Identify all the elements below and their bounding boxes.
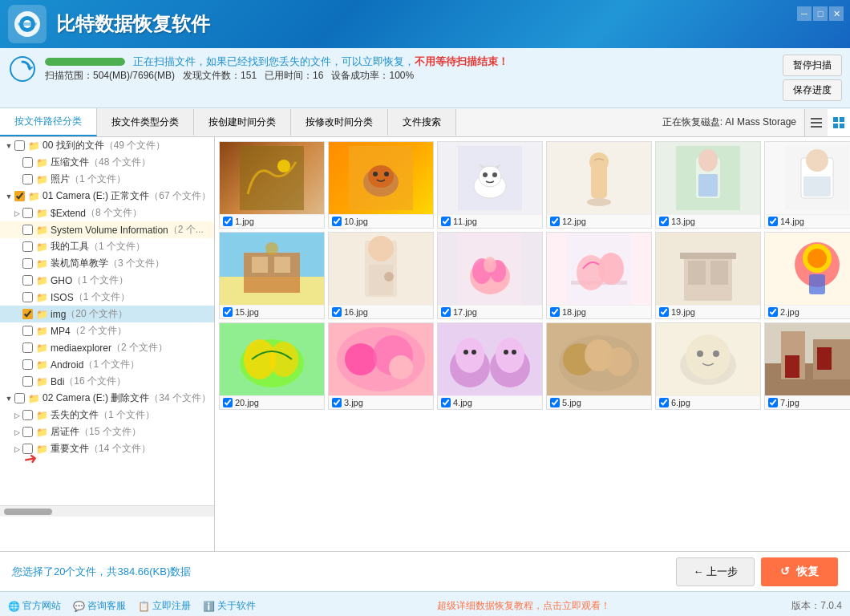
file-name-1jpg: 1.jpg: [235, 217, 254, 226]
tree-item-mytool[interactable]: 📁 我的工具 （1 个文件）: [0, 238, 214, 255]
tab-create-time[interactable]: 按创建时间分类: [194, 109, 291, 136]
sidebar-scrollbar-h[interactable]: [0, 505, 214, 517]
tree-item-cert[interactable]: ▷ 📁 居证件 （15 个文件）: [0, 424, 214, 440]
file-checkbox-12jpg[interactable]: [550, 217, 560, 226]
file-cell-14jpg[interactable]: 14.jpg: [764, 141, 850, 229]
file-checkbox-16jpg[interactable]: [332, 307, 342, 317]
svg-point-81: [472, 350, 476, 355]
file-cell-15jpg[interactable]: 15.jpg: [219, 232, 325, 319]
tree-checkbox-photo[interactable]: [22, 174, 33, 184]
tab-modify-time[interactable]: 按修改时间分类: [291, 109, 388, 136]
file-checkbox-7jpg[interactable]: [768, 398, 778, 407]
file-checkbox-15jpg[interactable]: [223, 307, 233, 317]
tree-checkbox-android[interactable]: [22, 359, 33, 370]
tree-item-android[interactable]: 📁 Android （1 个文件）: [0, 356, 214, 373]
tree-checkbox-extend[interactable]: [22, 208, 33, 218]
file-checkbox-13jpg[interactable]: [659, 217, 669, 226]
svg-rect-31: [698, 174, 718, 197]
file-cell-20jpg[interactable]: 20.jpg: [219, 322, 325, 410]
save-progress-button[interactable]: 保存进度: [783, 79, 842, 101]
tree-item-root0[interactable]: ▼ 📁 00 找到的文件 （49 个文件）: [0, 137, 214, 154]
file-cell-6jpg[interactable]: 6.jpg: [655, 322, 761, 410]
tree-checkbox-sysvolinfo[interactable]: [22, 225, 33, 235]
tree-checkbox-isos[interactable]: [22, 292, 33, 302]
file-cell-4jpg[interactable]: 4.jpg: [437, 322, 543, 410]
maximize-button[interactable]: □: [813, 6, 828, 21]
tree-item-bdi[interactable]: 📁 Bdi （16 个文件）: [0, 373, 214, 390]
official-website-link[interactable]: 🌐 官方网站: [8, 599, 61, 613]
file-cell-18jpg[interactable]: 18.jpg: [546, 232, 652, 319]
tree-checkbox-mp4[interactable]: [22, 326, 33, 336]
tree-checkbox-zip[interactable]: [22, 157, 33, 168]
tree-checkbox-mytool[interactable]: [22, 241, 33, 252]
file-cell-5jpg[interactable]: 5.jpg: [546, 322, 652, 410]
tab-search[interactable]: 文件搜索: [388, 109, 456, 136]
tree-item-isos[interactable]: 📁 ISOS （1 个文件）: [0, 289, 214, 306]
tree-item-root1[interactable]: ▼ 📁 01 Camera (E:) 正常文件 （67 个文件）: [0, 188, 214, 205]
expand-icon: [11, 326, 22, 337]
file-checkbox-4jpg[interactable]: [441, 398, 451, 407]
pause-scan-button[interactable]: 暂停扫描: [783, 55, 842, 76]
close-button[interactable]: ✕: [829, 6, 844, 21]
tree-checkbox-lost[interactable]: [22, 410, 33, 420]
folder-icon: 📁: [35, 156, 48, 169]
file-checkbox-11jpg[interactable]: [441, 217, 451, 226]
file-checkbox-10jpg[interactable]: [332, 217, 342, 226]
file-checkbox-19jpg[interactable]: [659, 307, 669, 317]
file-cell-12jpg[interactable]: 12.jpg: [546, 141, 652, 229]
recover-button[interactable]: ↺ 恢复: [761, 557, 838, 586]
back-button[interactable]: ← 上一步: [676, 557, 755, 586]
file-cell-2jpg[interactable]: 2.jpg: [764, 232, 850, 319]
tree-checkbox-root1[interactable]: [14, 191, 25, 201]
tree-item-photo[interactable]: 📁 照片 （1 个文件）: [0, 171, 214, 188]
svg-point-78: [455, 338, 484, 373]
tree-checkbox-bdi[interactable]: [22, 376, 33, 387]
file-cell-19jpg[interactable]: 19.jpg: [655, 232, 761, 319]
tree-checkbox-root0[interactable]: [14, 140, 25, 151]
tree-item-extend[interactable]: ▷ 📁 $Extend （8 个文件）: [0, 205, 214, 221]
file-cell-1jpg[interactable]: 1.jpg: [219, 141, 325, 229]
about-link[interactable]: ℹ️ 关于软件: [203, 599, 256, 613]
customer-service-link[interactable]: 💬 咨询客服: [73, 599, 126, 613]
file-cell-13jpg[interactable]: 13.jpg: [655, 141, 761, 229]
tree-checkbox-cert[interactable]: [22, 427, 33, 437]
tree-item-mp4[interactable]: 📁 MP4 （2 个文件）: [0, 322, 214, 339]
file-name-18jpg: 18.jpg: [562, 307, 586, 317]
register-link[interactable]: 📋 立即注册: [138, 599, 191, 613]
file-cell-17jpg[interactable]: 17.jpg: [437, 232, 543, 319]
file-checkbox-17jpg[interactable]: [441, 307, 451, 317]
file-checkbox-14jpg[interactable]: [768, 217, 778, 226]
tree-item-zip[interactable]: 📁 压缩文件 （48 个文件）: [0, 154, 214, 171]
tree-item-gho[interactable]: 📁 GHO （1 个文件）: [0, 272, 214, 289]
grid-view-button[interactable]: [828, 109, 850, 136]
tab-type[interactable]: 按文件类型分类: [97, 109, 194, 136]
file-cell-16jpg[interactable]: 16.jpg: [328, 232, 434, 319]
file-checkbox-3jpg[interactable]: [332, 398, 342, 407]
tree-checkbox-install[interactable]: [22, 258, 33, 269]
file-checkbox-18jpg[interactable]: [550, 307, 560, 317]
tree-item-lost[interactable]: ▷ 📁 丢失的文件 （1 个文件）: [0, 407, 214, 424]
tree-item-img[interactable]: 📁 img （20 个文件）: [0, 306, 214, 322]
file-checkbox-5jpg[interactable]: [550, 398, 560, 407]
tree-item-mediaexplorer[interactable]: 📁 mediaexplorer （2 个文件）: [0, 339, 214, 356]
tree-checkbox-img[interactable]: [22, 309, 33, 319]
minimize-button[interactable]: ─: [797, 6, 812, 21]
svg-point-55: [598, 253, 624, 285]
footer-promo[interactable]: 超级详细数据恢复教程，点击立即观看！: [437, 599, 610, 613]
tree-checkbox-root2[interactable]: [14, 393, 25, 403]
file-checkbox-2jpg[interactable]: [768, 307, 778, 317]
tree-item-install[interactable]: 📁 装机简单教学 （3 个文件）: [0, 255, 214, 272]
file-cell-11jpg[interactable]: 11.jpg: [437, 141, 543, 229]
tree-item-root2[interactable]: ▼ 📁 02 Camera (E:) 删除文件 （34 个文件）: [0, 390, 214, 407]
file-cell-3jpg[interactable]: 3.jpg: [328, 322, 434, 410]
file-checkbox-6jpg[interactable]: [659, 398, 669, 407]
file-cell-10jpg[interactable]: 10.jpg: [328, 141, 434, 229]
tree-checkbox-gho[interactable]: [22, 275, 33, 286]
tab-path[interactable]: 按文件路径分类: [0, 108, 97, 136]
file-checkbox-20jpg[interactable]: [223, 398, 233, 407]
file-cell-7jpg[interactable]: 7.jpg: [764, 322, 850, 410]
list-view-button[interactable]: [805, 109, 828, 136]
tree-checkbox-mediaexplorer[interactable]: [22, 342, 33, 353]
file-checkbox-1jpg[interactable]: [223, 217, 233, 226]
tree-item-sysvolinfo[interactable]: 📁 System Volume Information （2 个...: [0, 221, 214, 238]
